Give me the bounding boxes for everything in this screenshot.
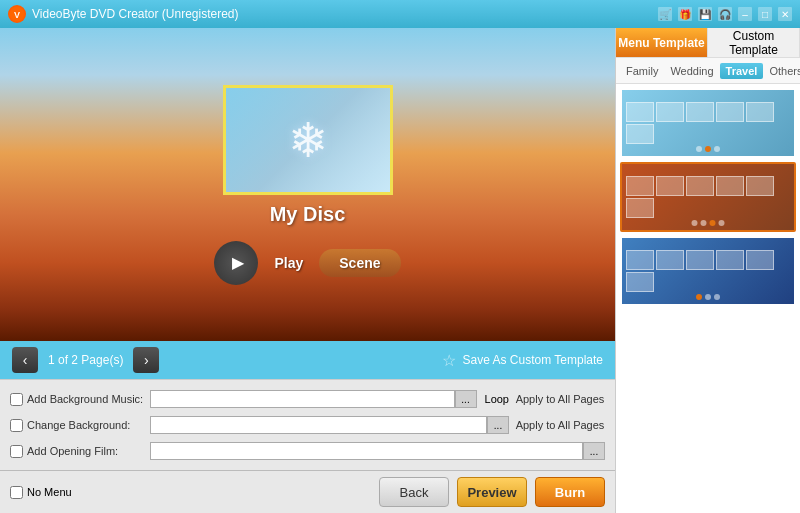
- thumb: [656, 102, 684, 122]
- thumb: [686, 176, 714, 196]
- dot: [696, 146, 702, 152]
- template-item-1[interactable]: [620, 88, 796, 158]
- page-info: 1 of 2 Page(s): [48, 353, 123, 367]
- thumb: [746, 176, 774, 196]
- bg-music-label: Add Background Music:: [27, 393, 143, 405]
- bg-music-row: Add Background Music: ... Loop Apply to …: [10, 388, 605, 410]
- template-item-3[interactable]: [620, 236, 796, 306]
- bg-music-input[interactable]: [150, 390, 455, 408]
- minimize-icon[interactable]: 🛒: [658, 7, 672, 21]
- template-preview-2: [622, 164, 794, 230]
- minimize-button[interactable]: –: [738, 7, 752, 21]
- loop-label: Loop: [485, 393, 509, 405]
- thumb: [746, 102, 774, 122]
- save-icon[interactable]: 💾: [698, 7, 712, 21]
- no-menu-group: No Menu: [10, 486, 72, 499]
- app-icon: V: [8, 5, 26, 23]
- preview-area: ❄ My Disc Play Scene: [0, 28, 615, 341]
- svg-text:V: V: [14, 10, 20, 20]
- template-preview-3: [622, 238, 794, 304]
- template-tabs: Menu Template Custom Template: [616, 28, 800, 58]
- no-menu-checkbox[interactable]: [10, 486, 23, 499]
- disc-title: My Disc: [270, 203, 346, 226]
- dot: [692, 220, 698, 226]
- change-bg-checkbox[interactable]: [10, 419, 23, 432]
- bg-music-apply-button[interactable]: Apply to All Pages: [515, 390, 605, 408]
- no-menu-label: No Menu: [27, 486, 72, 498]
- next-page-button[interactable]: ›: [133, 347, 159, 373]
- bg-music-checkbox-group: Add Background Music:: [10, 393, 150, 406]
- scene-button[interactable]: Scene: [319, 249, 400, 277]
- thumb: [716, 250, 744, 270]
- play-button[interactable]: [214, 241, 258, 285]
- change-bg-input[interactable]: [150, 416, 487, 434]
- change-bg-checkbox-group: Change Background:: [10, 419, 150, 432]
- thumb: [626, 272, 654, 292]
- dot: [714, 294, 720, 300]
- opening-film-checkbox[interactable]: [10, 445, 23, 458]
- dot-active: [710, 220, 716, 226]
- preview-button[interactable]: Preview: [457, 477, 527, 507]
- bg-music-checkbox[interactable]: [10, 393, 23, 406]
- headphone-icon[interactable]: 🎧: [718, 7, 732, 21]
- dot: [714, 146, 720, 152]
- burn-button[interactable]: Burn: [535, 477, 605, 507]
- thumb: [656, 176, 684, 196]
- thumb: [626, 198, 654, 218]
- template-thumbs-3: [622, 246, 794, 296]
- cat-travel[interactable]: Travel: [720, 63, 764, 79]
- action-row: No Menu Back Preview Burn: [0, 470, 615, 513]
- close-button[interactable]: ✕: [778, 7, 792, 21]
- dot: [705, 294, 711, 300]
- bg-music-browse-button[interactable]: ...: [455, 390, 477, 408]
- dot: [701, 220, 707, 226]
- thumb: [626, 250, 654, 270]
- thumb: [746, 250, 774, 270]
- app-title: VideoByte DVD Creator (Unregistered): [32, 7, 658, 21]
- opening-film-row: Add Opening Film: ...: [10, 440, 605, 462]
- template-preview-1: [622, 90, 794, 156]
- star-icon: ☆: [442, 351, 456, 370]
- playback-controls: Play Scene: [214, 241, 400, 285]
- dot: [719, 220, 725, 226]
- maximize-button[interactable]: □: [758, 7, 772, 21]
- dot-active: [696, 294, 702, 300]
- thumb: [716, 176, 744, 196]
- opening-film-input[interactable]: [150, 442, 583, 460]
- window-controls: 🛒 🎁 💾 🎧 – □ ✕: [658, 7, 792, 21]
- back-button[interactable]: Back: [379, 477, 449, 507]
- template-thumbs-2: [622, 172, 794, 222]
- change-bg-label: Change Background:: [27, 419, 130, 431]
- thumb: [626, 124, 654, 144]
- action-buttons: Back Preview Burn: [379, 477, 605, 507]
- opening-film-checkbox-group: Add Opening Film:: [10, 445, 150, 458]
- tab-menu-template[interactable]: Menu Template: [616, 28, 708, 57]
- opening-film-browse-button[interactable]: ...: [583, 442, 605, 460]
- play-label[interactable]: Play: [274, 255, 303, 271]
- bottom-controls: Add Background Music: ... Loop Apply to …: [0, 379, 615, 470]
- thumb: [686, 102, 714, 122]
- template-list: [616, 84, 800, 513]
- preview-panel: ❄ My Disc Play Scene ‹ 1 of 2 Page(s) › …: [0, 28, 615, 513]
- save-custom-template[interactable]: ☆ Save As Custom Template: [442, 351, 603, 370]
- category-tabs: Family Wedding Travel Others ►: [616, 58, 800, 84]
- cat-family[interactable]: Family: [620, 63, 664, 79]
- thumb: [626, 176, 654, 196]
- template-item-2[interactable]: [620, 162, 796, 232]
- cat-wedding[interactable]: Wedding: [664, 63, 719, 79]
- prev-page-button[interactable]: ‹: [12, 347, 38, 373]
- cat-others[interactable]: Others: [763, 63, 800, 79]
- template-dots-2: [692, 220, 725, 226]
- thumb: [656, 250, 684, 270]
- nav-bar: ‹ 1 of 2 Page(s) › ☆ Save As Custom Temp…: [0, 341, 615, 379]
- snowflake-icon: ❄: [288, 112, 328, 168]
- template-panel: Menu Template Custom Template Family Wed…: [615, 28, 800, 513]
- thumb: [716, 102, 744, 122]
- thumb: [686, 250, 714, 270]
- template-dots-3: [696, 294, 720, 300]
- change-bg-apply-button[interactable]: Apply to All Pages: [515, 416, 605, 434]
- change-bg-browse-button[interactable]: ...: [487, 416, 509, 434]
- thumb: [626, 102, 654, 122]
- tab-custom-template[interactable]: Custom Template: [708, 28, 800, 57]
- gift-icon[interactable]: 🎁: [678, 7, 692, 21]
